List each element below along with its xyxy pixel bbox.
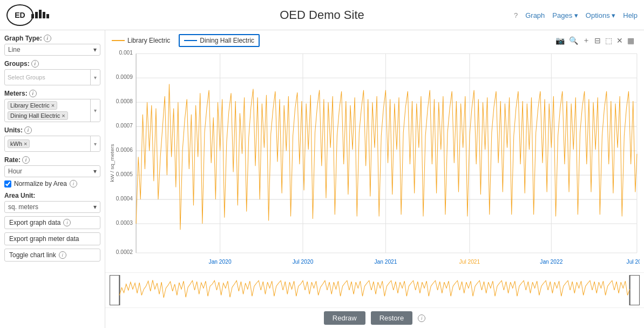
svg-text:0.0009: 0.0009: [116, 73, 133, 81]
export-graph-help-icon[interactable]: i: [63, 219, 71, 226]
legend-library-line: [112, 40, 125, 41]
legend-library[interactable]: Library Electric: [112, 37, 170, 44]
groups-placeholder: Select Groups: [8, 74, 45, 81]
export-meter-button[interactable]: Export graph meter data: [4, 232, 100, 245]
mini-chart[interactable]: [105, 272, 644, 307]
groups-help-icon[interactable]: i: [31, 60, 39, 68]
zoom-in-icon[interactable]: 🔍: [568, 35, 579, 46]
legend-dining-label: Dining Hall Electric: [200, 37, 254, 44]
header: ED OED Demo Site ? Graph Pages ▾ Options…: [0, 0, 644, 30]
normalize-row: Normalize by Area i: [4, 180, 100, 188]
legend-library-label: Library Electric: [127, 37, 170, 44]
normalize-label[interactable]: Normalize by Area: [14, 180, 67, 188]
main-chart-svg[interactable]: 0.001 0.0009 0.0008 0.0007 0.0006 0.0005…: [110, 48, 640, 272]
normalize-checkbox[interactable]: [4, 180, 11, 188]
svg-text:0.0005: 0.0005: [116, 171, 133, 178]
main-layout: Graph Type: i Line ▾ Groups: i Select Gr…: [0, 30, 644, 328]
svg-text:Jul 2020: Jul 2020: [293, 258, 314, 265]
meter-library-tag: Library Electric ×: [8, 101, 57, 110]
units-arrow-icon: ▾: [94, 141, 97, 147]
units-input[interactable]: kWh ×: [5, 136, 90, 151]
groups-label: Groups: i: [4, 60, 100, 68]
nav-help[interactable]: Help: [623, 11, 638, 19]
toggle-link-help-icon[interactable]: i: [59, 251, 66, 259]
units-dropdown-btn[interactable]: ▾: [90, 136, 100, 151]
meters-input[interactable]: Library Electric × Dining Hall Electric …: [5, 99, 90, 122]
area-unit-dropdown[interactable]: sq. meters ▾: [4, 201, 100, 213]
groups-selector[interactable]: Select Groups ▾: [4, 69, 100, 85]
unit-kwh-tag: kWh ×: [8, 139, 30, 148]
bottom-help-icon[interactable]: i: [418, 314, 425, 322]
plus-icon[interactable]: ＋: [581, 35, 591, 46]
chart-container: 0.001 0.0009 0.0008 0.0007 0.0006 0.0005…: [105, 48, 644, 272]
nav-pages[interactable]: Pages ▾: [552, 11, 578, 19]
svg-text:Jul 2021: Jul 2021: [459, 258, 480, 265]
meters-selector[interactable]: Library Electric × Dining Hall Electric …: [4, 99, 100, 122]
graph-type-dropdown[interactable]: Line ▾: [4, 44, 100, 56]
svg-text:0.0006: 0.0006: [116, 146, 133, 153]
camera-icon[interactable]: 📷: [554, 35, 566, 46]
sidebar: Graph Type: i Line ▾ Groups: i Select Gr…: [0, 30, 105, 328]
chart-area: 📷 🔍 ＋ ⊟ ⬚ ✕ ▦ Library Electric Dining Ha…: [105, 30, 644, 328]
unit-kwh-close-icon[interactable]: ×: [24, 140, 27, 147]
meters-dropdown-btn[interactable]: ▾: [90, 99, 100, 122]
legend-dining-line: [184, 40, 197, 41]
svg-text:0.0002: 0.0002: [116, 249, 133, 256]
normalize-help-icon[interactable]: i: [70, 180, 77, 188]
area-unit-label: Area Unit:: [4, 192, 100, 199]
graph-type-arrow-icon: ▾: [93, 46, 97, 53]
nav-graph[interactable]: Graph: [525, 11, 545, 19]
svg-text:0.0003: 0.0003: [116, 219, 133, 226]
page-title: OED Demo Site: [280, 8, 364, 22]
units-selector[interactable]: kWh × ▾: [4, 136, 100, 152]
groups-arrow-icon: ▾: [94, 75, 97, 81]
svg-text:0.0008: 0.0008: [116, 98, 133, 105]
logo-signal: [31, 10, 49, 18]
logo-text: ED: [15, 11, 25, 19]
meter-dining-close-icon[interactable]: ×: [62, 112, 65, 119]
bar-chart-icon[interactable]: ▦: [626, 35, 635, 46]
toggle-link-button[interactable]: Toggle chart link i: [4, 249, 100, 262]
logo: ED: [6, 4, 33, 26]
meters-arrow-icon: ▾: [94, 108, 97, 113]
mini-chart-svg[interactable]: [110, 275, 640, 305]
svg-text:Jan 2020: Jan 2020: [209, 258, 232, 265]
meter-dining-tag: Dining Hall Electric ×: [8, 111, 68, 120]
groups-input[interactable]: Select Groups: [5, 70, 90, 85]
graph-help-icon[interactable]: ?: [514, 11, 518, 19]
rate-help-icon[interactable]: i: [22, 156, 30, 164]
restore-button[interactable]: Restore: [371, 311, 413, 325]
redraw-button[interactable]: Redraw: [324, 311, 365, 325]
rate-dropdown[interactable]: Hour ▾: [4, 165, 100, 177]
nav-options[interactable]: Options ▾: [586, 11, 615, 19]
reset-icon[interactable]: ✕: [615, 35, 624, 46]
chart-toolbar: 📷 🔍 ＋ ⊟ ⬚ ✕ ▦: [550, 32, 640, 49]
graph-type-help-icon[interactable]: i: [44, 35, 51, 42]
svg-text:Jan 2022: Jan 2022: [540, 258, 562, 265]
bottom-bar: Redraw Restore i: [105, 307, 644, 328]
export-graph-button[interactable]: Export graph data i: [4, 216, 100, 229]
meters-help-icon[interactable]: i: [29, 90, 37, 97]
meter-library-close-icon[interactable]: ×: [51, 102, 55, 109]
pan-icon[interactable]: ⬚: [604, 35, 613, 46]
rate-label: Rate: i: [4, 156, 100, 164]
svg-rect-32: [110, 275, 119, 305]
units-label: Units: i: [4, 126, 100, 134]
svg-text:Jan 2021: Jan 2021: [374, 258, 397, 265]
legend-dining[interactable]: Dining Hall Electric: [179, 34, 260, 47]
svg-rect-33: [630, 275, 640, 305]
svg-text:0.0007: 0.0007: [116, 122, 133, 129]
svg-text:0.0004: 0.0004: [116, 195, 133, 202]
svg-text:0.001: 0.001: [119, 49, 133, 56]
graph-type-label: Graph Type: i: [4, 35, 100, 42]
meters-label: Meters: i: [4, 90, 100, 97]
svg-text:kW / sq_meters: kW / sq_meters: [110, 144, 115, 182]
units-help-icon[interactable]: i: [24, 126, 32, 134]
area-unit-arrow-icon: ▾: [93, 203, 97, 211]
zoom-out-icon[interactable]: ⊟: [593, 35, 602, 46]
rate-arrow-icon: ▾: [93, 168, 97, 175]
svg-text:Jul 2022: Jul 2022: [627, 258, 640, 265]
top-nav: ? Graph Pages ▾ Options ▾ Help: [514, 11, 638, 19]
groups-dropdown-btn[interactable]: ▾: [90, 70, 100, 85]
